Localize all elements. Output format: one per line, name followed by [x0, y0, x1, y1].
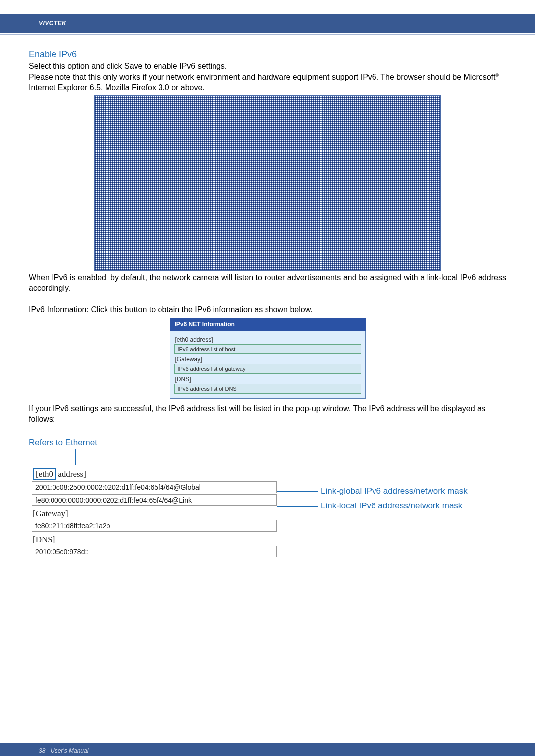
- para-when-enabled: When IPv6 is enabled, by default, the ne…: [29, 272, 506, 294]
- brand-logo: VIVOTEK: [39, 20, 66, 27]
- refers-to-ethernet-label: Refers to Ethernet: [29, 438, 506, 448]
- section-title-enable-ipv6: Enable IPv6: [29, 50, 506, 60]
- gateway-value-field: fe80::211:d8ff:fea2:1a2b: [32, 520, 277, 532]
- page-footer: 38 - User's Manual: [0, 743, 535, 756]
- ipv6-information-rest: : Click this button to obtain the IPv6 i…: [87, 305, 313, 314]
- registered-mark: ®: [495, 72, 499, 77]
- ipv6-link-address-field: fe80:0000:0000:0000:0202:d1ff:fe04:65f4/…: [32, 494, 277, 506]
- popup-gateway-box: IPv6 address list of gateway: [174, 364, 361, 374]
- eth0-address-rest: address]: [56, 469, 86, 479]
- eth0-highlight-box: [eth0: [33, 468, 56, 480]
- ethernet-example-section: Refers to Ethernet [eth0 address] 2001:0…: [29, 438, 506, 557]
- para-success: If your IPv6 settings are successful, th…: [29, 403, 506, 425]
- ipv6-info-line: IPv6 Information: Click this button to o…: [29, 304, 506, 315]
- ipv6-information-label: IPv6 Information: [29, 305, 87, 314]
- popup-title: IPv6 NET Information: [170, 318, 366, 331]
- intro-line2b: Internet Explorer 6.5, Mozilla Firefox 3…: [29, 83, 205, 92]
- header-bar: VIVOTEK: [0, 14, 535, 33]
- popup-eth-label: [eth0 address]: [175, 336, 360, 343]
- eth-address-group: [eth0 address] 2001:0c08:2500:0002:0202:…: [29, 468, 506, 557]
- dns-label: [DNS]: [33, 535, 506, 545]
- popup-gateway-label: [Gateway]: [175, 356, 360, 363]
- ipv6-net-info-popup: IPv6 NET Information [eth0 address] IPv6…: [170, 318, 366, 399]
- eth0-address-label: [eth0 address]: [33, 468, 506, 480]
- annotation-link-global: Link-global IPv6 address/network mask: [321, 486, 468, 496]
- page-content: Enable IPv6 Select this option and click…: [0, 35, 535, 557]
- network-config-screenshot: [94, 95, 441, 271]
- dns-value-field: 2010:05c0:978d::: [32, 546, 277, 557]
- footer-page-number: 38 - User's Manual: [39, 747, 88, 754]
- intro-line2a: Please note that this only works if your…: [29, 73, 495, 81]
- intro-paragraph: Select this option and click Save to ena…: [29, 61, 506, 93]
- arrow-connector-global: [277, 491, 318, 492]
- popup-eth-box: IPv6 address list of host: [174, 344, 361, 354]
- popup-body: [eth0 address] IPv6 address list of host…: [170, 331, 366, 399]
- refers-arrow-line: [75, 449, 76, 465]
- popup-dns-box: IPv6 address list of DNS: [174, 384, 361, 394]
- popup-dns-label: [DNS]: [175, 376, 360, 383]
- annotation-link-local: Link-local IPv6 address/network mask: [321, 501, 462, 511]
- arrow-connector-local: [277, 506, 318, 507]
- intro-line1: Select this option and click Save to ena…: [29, 62, 227, 70]
- ipv6-global-address-field: 2001:0c08:2500:0002:0202:d1ff:fe04:65f4/…: [32, 481, 277, 493]
